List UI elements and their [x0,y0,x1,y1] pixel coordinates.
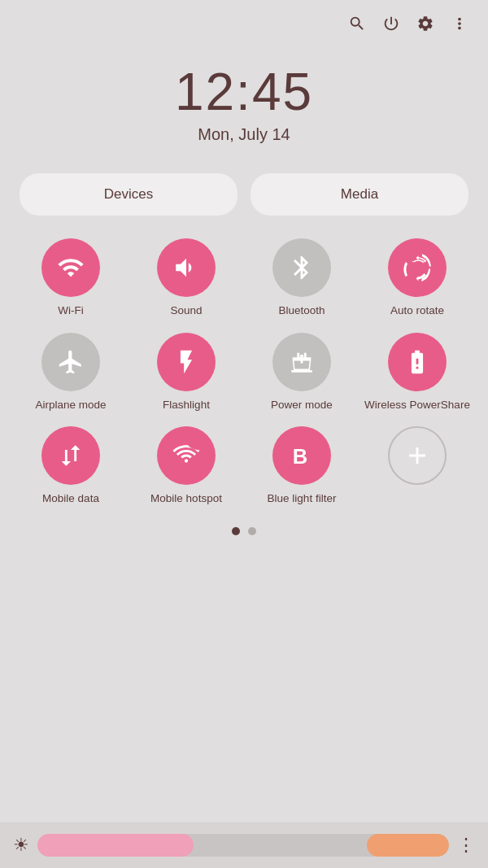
toggle-circle-bluelight: B [272,426,331,485]
clock-time: 12:45 [0,62,488,122]
toggle-circle-hotspot [157,426,216,485]
toggle-circle-wireless [388,333,447,391]
clock-section: 12:45 Mon, July 14 [0,62,488,144]
toggle-circle-wifi [41,238,100,297]
brightness-fill-orange [367,834,449,857]
toggle-circle-airplane [41,333,100,391]
brightness-icon: ☀ [13,835,29,856]
device-media-row: Devices Media [0,173,488,216]
toggle-label-hotspot: Mobile hotspot [150,491,222,506]
toggle-label-powermode: Power mode [271,398,333,412]
toggle-wireless[interactable]: Wireless PowerShare [359,333,475,412]
more-icon[interactable] [451,15,468,37]
toggle-add[interactable] [359,426,475,506]
toggles-grid: Wi-FiSoundBluetoothAuto rotateAirplane m… [0,238,488,521]
toggle-wifi[interactable]: Wi-Fi [13,238,129,318]
toggle-circle-powermode [272,333,331,391]
power-icon[interactable] [382,15,400,37]
toggle-label-autorotate: Auto rotate [390,303,444,318]
toggle-label-wifi: Wi-Fi [58,303,83,318]
toggle-flashlight[interactable]: Flashlight [129,333,244,412]
devices-button[interactable]: Devices [20,173,237,216]
page-dot-1[interactable] [232,527,240,535]
toggle-label-airplane: Airplane mode [35,398,106,412]
top-bar [0,0,488,37]
search-icon[interactable] [348,15,366,37]
toggle-circle-bluetooth [272,238,331,297]
toggle-circle-add [388,426,447,485]
toggle-hotspot[interactable]: Mobile hotspot [129,426,244,506]
brightness-track[interactable] [37,834,449,857]
toggle-label-wireless: Wireless PowerShare [364,398,470,412]
toggle-sound[interactable]: Sound [129,238,244,318]
toggle-label-sound: Sound [170,303,202,318]
toggle-label-mobiledata: Mobile data [42,491,99,506]
settings-icon[interactable] [416,15,434,37]
toggle-label-bluelight: Blue light filter [268,491,337,506]
svg-point-0 [300,354,303,357]
brightness-bar: ☀ ⋮ [0,822,488,868]
brightness-fill-pink [37,834,194,857]
toggle-circle-mobiledata [41,426,100,485]
toggle-circle-sound [157,238,216,297]
toggle-bluelight[interactable]: BBlue light filter [244,426,359,506]
toggle-autorotate[interactable]: Auto rotate [359,238,475,318]
brightness-more-icon[interactable]: ⋮ [457,835,475,856]
svg-text:B: B [293,445,307,468]
page-dots [0,527,488,535]
media-button[interactable]: Media [251,173,468,216]
page-dot-2[interactable] [248,527,256,535]
toggle-label-flashlight: Flashlight [163,398,210,412]
toggle-powermode[interactable]: Power mode [244,333,359,412]
toggle-label-bluetooth: Bluetooth [278,303,325,318]
toggle-circle-flashlight [157,333,216,391]
toggle-airplane[interactable]: Airplane mode [13,333,129,412]
clock-date: Mon, July 14 [0,125,488,144]
toggle-mobiledata[interactable]: Mobile data [13,426,129,506]
toggle-circle-autorotate [388,238,447,297]
toggle-bluetooth[interactable]: Bluetooth [244,238,359,318]
